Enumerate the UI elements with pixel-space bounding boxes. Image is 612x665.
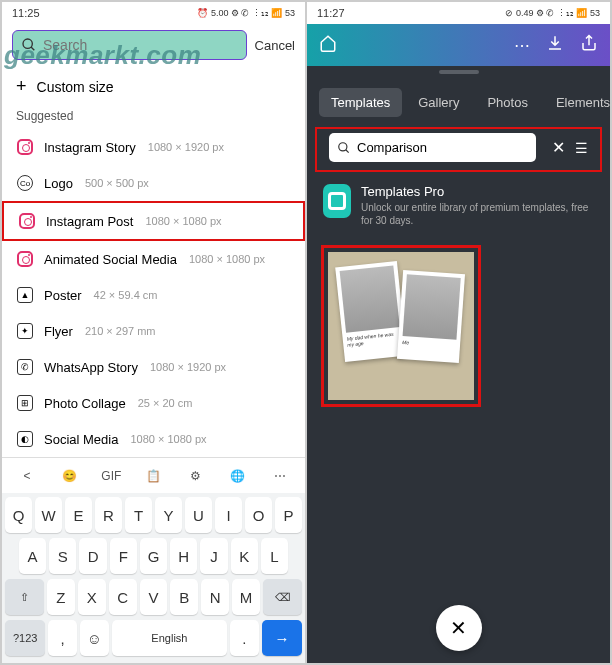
custom-size-label: Custom size [37,79,114,95]
templates-pro-promo[interactable]: Templates Pro Unlock our entire library … [307,172,610,239]
item-name: Instagram Story [44,140,136,155]
tab-photos[interactable]: Photos [475,88,539,117]
drawer-grabber[interactable] [307,66,610,78]
tab-gallery[interactable]: Gallery [406,88,471,117]
app-header: ⋯ [307,24,610,66]
key-b[interactable]: B [170,579,198,615]
flyer-icon: ✦ [16,322,34,340]
share-icon[interactable] [580,34,598,56]
item-dims: 500 × 500 px [85,177,149,189]
download-icon[interactable] [546,34,564,56]
item-name: Photo Collage [44,396,126,411]
custom-size-button[interactable]: + Custom size [2,66,305,107]
polaroid-left: My dad when he was my age [335,261,407,362]
key-v[interactable]: V [140,579,168,615]
filter-icon[interactable]: ☰ [575,140,588,156]
key-p[interactable]: P [275,497,302,533]
item-name: WhatsApp Story [44,360,138,375]
poster-icon: ▲ [16,286,34,304]
list-item-logo[interactable]: Co Logo 500 × 500 px [2,165,305,201]
caption-right: Me [402,339,456,349]
key-l[interactable]: L [261,538,288,574]
tb-settings-icon[interactable]: ⚙ [185,465,207,487]
key-comma[interactable]: , [48,620,77,656]
key-j[interactable]: J [200,538,227,574]
suggested-heading: Suggested [2,107,305,129]
key-s[interactable]: S [49,538,76,574]
tabs: Templates Gallery Photos Elements [307,78,610,127]
close-fab[interactable]: ✕ [436,605,482,651]
key-u[interactable]: U [185,497,212,533]
list-item-flyer[interactable]: ✦ Flyer 210 × 297 mm [2,313,305,349]
list-item-photo-collage[interactable]: ⊞ Photo Collage 25 × 20 cm [2,385,305,421]
key-r[interactable]: R [95,497,122,533]
item-dims: 1080 × 1920 px [148,141,224,153]
key-e[interactable]: E [65,497,92,533]
key-period[interactable]: . [230,620,259,656]
key-backspace[interactable]: ⌫ [263,579,302,615]
collage-icon: ⊞ [16,394,34,412]
tb-translate-icon[interactable]: 🌐 [227,465,249,487]
tab-templates[interactable]: Templates [319,88,402,117]
tb-gif-icon[interactable]: GIF [100,465,122,487]
key-f[interactable]: F [110,538,137,574]
search-input[interactable] [357,140,528,155]
home-icon[interactable] [319,34,337,56]
key-a[interactable]: A [19,538,46,574]
tb-sticker-icon[interactable]: 😊 [58,465,80,487]
key-q[interactable]: Q [5,497,32,533]
key-y[interactable]: Y [155,497,182,533]
left-phone: 11:25 ⏰ 5.00 ⚙ ✆ ⋮₁₂ 📶 53 Cancel + Custo… [1,1,306,664]
svg-point-2 [339,142,347,150]
key-h[interactable]: H [170,538,197,574]
item-dims: 1080 × 1080 px [130,433,206,445]
key-m[interactable]: M [232,579,260,615]
list-item-social-media[interactable]: ◐ Social Media 1080 × 1080 px [2,421,305,457]
key-g[interactable]: G [140,538,167,574]
tab-elements[interactable]: Elements [544,88,611,117]
list-item-animated-social[interactable]: Animated Social Media 1080 × 1080 px [2,241,305,277]
list-item-instagram-story[interactable]: Instagram Story 1080 × 1920 px [2,129,305,165]
promo-subtitle: Unlock our entire library of premium tem… [361,201,594,227]
status-time: 11:25 [12,7,40,19]
logo-icon: Co [16,174,34,192]
search-highlight: ✕ ☰ [315,127,602,172]
list-item-whatsapp-story[interactable]: ✆ WhatsApp Story 1080 × 1920 px [2,349,305,385]
key-n[interactable]: N [201,579,229,615]
item-name: Animated Social Media [44,252,177,267]
right-phone: 11:27 ⊘ 0.49 ⚙ ✆ ⋮₁₂ 📶 53 ⋯ Templates Ga… [306,1,611,664]
instagram-icon [18,212,36,230]
tb-back-icon[interactable]: < [16,465,38,487]
social-icon: ◐ [16,430,34,448]
tb-clipboard-icon[interactable]: 📋 [142,465,164,487]
status-icons: ⊘ 0.49 ⚙ ✆ ⋮₁₂ 📶 53 [505,8,600,18]
key-t[interactable]: T [125,497,152,533]
key-x[interactable]: X [78,579,106,615]
status-time: 11:27 [317,7,345,19]
key-i[interactable]: I [215,497,242,533]
search-icon [337,141,351,155]
key-shift[interactable]: ⇧ [5,579,44,615]
caption-left: My dad when he was my age [346,330,401,348]
template-result[interactable]: My dad when he was my age Me [321,245,481,407]
status-bar: 11:27 ⊘ 0.49 ⚙ ✆ ⋮₁₂ 📶 53 [307,2,610,24]
svg-line-3 [346,149,349,152]
keyboard-toolbar: < 😊 GIF 📋 ⚙ 🌐 ⋯ [2,457,305,493]
key-symbols[interactable]: ?123 [5,620,45,656]
key-d[interactable]: D [79,538,106,574]
key-k[interactable]: K [231,538,258,574]
search-box[interactable] [329,133,536,162]
cancel-button[interactable]: Cancel [255,38,295,53]
key-c[interactable]: C [109,579,137,615]
key-o[interactable]: O [245,497,272,533]
key-z[interactable]: Z [47,579,75,615]
key-enter[interactable]: → [262,620,302,656]
key-w[interactable]: W [35,497,62,533]
tb-more-icon[interactable]: ⋯ [269,465,291,487]
key-space[interactable]: English [112,620,227,656]
list-item-poster[interactable]: ▲ Poster 42 × 59.4 cm [2,277,305,313]
key-emoji[interactable]: ☺ [80,620,109,656]
more-icon[interactable]: ⋯ [514,36,530,55]
list-item-instagram-post[interactable]: Instagram Post 1080 × 1080 px [2,201,305,241]
clear-icon[interactable]: ✕ [552,138,565,157]
